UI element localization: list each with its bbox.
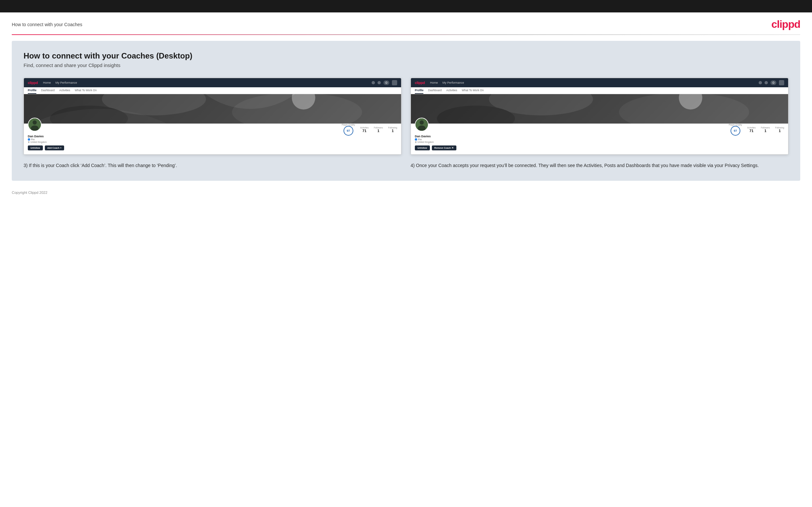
mock-stat-followers-2: Followers 1 [761, 126, 770, 133]
mock-avatar-2 [415, 118, 428, 131]
mock-nav-home-1: Home [43, 81, 51, 84]
mock-banner-1 [24, 94, 401, 123]
mock-profile-section-2: Dan Davies Pro United Kingdom [411, 123, 788, 154]
mock-badge-text-1: Pro [31, 138, 35, 140]
clippd-logo: clippd [771, 18, 800, 31]
mock-tab-dashboard-1: Dashboard [41, 89, 55, 94]
mock-nav-home-2: Home [430, 81, 438, 84]
screen-col-right: clippd Home My Performance [411, 78, 789, 169]
mock-user-badge-2: Pro [415, 138, 456, 140]
mock-tab-activities-1: Activities [59, 89, 70, 94]
mock-user-icon-1 [377, 81, 381, 84]
mock-quality-circle-1: 97 [344, 126, 353, 136]
mock-buttons-1: Unfollow Add Coach + [28, 146, 64, 150]
mock-tab-activities-2: Activities [446, 89, 457, 94]
top-bar [0, 0, 812, 12]
copyright-text: Copyright Clippd 2022 [12, 190, 47, 194]
page-header: How to connect with your Coaches clippd [0, 12, 812, 34]
mock-user-location-2: United Kingdom [415, 141, 456, 144]
mock-settings-icon-2 [770, 80, 776, 85]
mock-avatar-1 [28, 118, 42, 131]
mock-unfollow-btn-1[interactable]: Unfollow [28, 146, 43, 150]
mock-badge-icon-1 [28, 138, 30, 140]
mock-avatar-icon-1 [392, 80, 397, 85]
mock-search-icon-2 [759, 81, 762, 84]
mock-stat-following-2: Following 1 [775, 126, 784, 133]
svg-point-9 [29, 139, 30, 140]
mock-profile-section-1: Dan Davies Pro United Kingdom [24, 123, 401, 154]
mock-tab-profile-1: Profile [28, 89, 36, 94]
mock-stat-followers-1: Followers 1 [374, 126, 383, 133]
mock-search-icon-1 [372, 81, 375, 84]
mock-tab-dashboard-2: Dashboard [428, 89, 442, 94]
mock-user-location-1: United Kingdom [28, 141, 64, 144]
mock-user-name-2: Dan Davies [415, 135, 456, 138]
mock-navbar-2: clippd Home My Performance [411, 78, 788, 87]
mock-addcoach-btn-1[interactable]: Add Coach + [45, 146, 64, 150]
mock-location-text-2: United Kingdom [417, 141, 434, 143]
mock-banner-2 [411, 94, 788, 123]
mock-nav-performance-2: My Performance [443, 81, 464, 84]
main-content: How to connect with your Coaches (Deskto… [12, 41, 800, 181]
mock-buttons-2: Unfollow Remove Coach ✕ [415, 146, 456, 150]
svg-point-17 [420, 120, 424, 124]
mock-logo-1: clippd [28, 81, 38, 84]
mock-user-badge-1: Pro [28, 138, 64, 140]
mock-quality-circle-2: 97 [730, 126, 740, 136]
mock-nav-icons-2 [759, 80, 784, 85]
mock-stat-following-1: Following 1 [388, 126, 397, 133]
screenshot-mockup-2: clippd Home My Performance [411, 78, 789, 155]
mock-avatar-icon-2 [779, 80, 784, 85]
mock-location-text-1: United Kingdom [31, 141, 47, 143]
mock-user-name-1: Dan Davies [28, 135, 64, 138]
main-title: How to connect with your Coaches (Deskto… [23, 51, 789, 60]
svg-point-18 [418, 125, 426, 131]
mock-profile-stats-2: Player Quality 97 Activities 71 Follower [456, 123, 784, 136]
screens-row: clippd Home My Performance [23, 78, 789, 169]
svg-point-19 [415, 139, 417, 140]
step4-description: 4) Once your Coach accepts your request … [411, 162, 789, 169]
mock-stat-quality-1: Player Quality 97 [342, 123, 355, 136]
mock-user-icon-2 [765, 81, 768, 84]
mock-badge-icon-2 [415, 138, 417, 140]
mock-nav-icons-1 [372, 80, 397, 85]
mock-settings-icon-1 [384, 80, 389, 85]
header-divider [12, 34, 800, 35]
mock-nav-links-1: Home My Performance [43, 81, 366, 84]
page-footer: Copyright Clippd 2022 [0, 187, 812, 199]
screen-col-left: clippd Home My Performance [23, 78, 401, 169]
svg-point-8 [31, 125, 39, 131]
mock-stat-activities-2: Activities 71 [747, 126, 756, 133]
screenshot-mockup-1: clippd Home My Performance [23, 78, 401, 155]
mock-tab-whattoworkon-2: What To Work On [462, 89, 484, 94]
mock-tab-profile-2: Profile [415, 89, 423, 94]
mock-nav-links-2: Home My Performance [430, 81, 753, 84]
mock-nav-performance-1: My Performance [56, 81, 77, 84]
mock-tabs-2: Profile Dashboard Activities What To Wor… [411, 87, 788, 94]
main-subtitle: Find, connect and share your Clippd insi… [23, 62, 789, 68]
step3-description: 3) If this is your Coach click ‘Add Coac… [23, 162, 401, 169]
svg-point-0 [386, 82, 387, 84]
mock-navbar-1: clippd Home My Performance [24, 78, 401, 87]
svg-point-7 [33, 120, 37, 124]
mock-unfollow-btn-2[interactable]: Unfollow [415, 146, 430, 150]
mock-tab-whattoworkon-1: What To Work On [75, 89, 97, 94]
mock-profile-stats-1: Player Quality 97 Activities 71 Follower [64, 123, 397, 136]
mock-tabs-1: Profile Dashboard Activities What To Wor… [24, 87, 401, 94]
mock-logo-2: clippd [415, 81, 425, 84]
header-title: How to connect with your Coaches [12, 22, 83, 27]
mock-stat-quality-2: Player Quality 97 [729, 123, 742, 136]
mock-removecoach-btn[interactable]: Remove Coach ✕ [432, 146, 457, 150]
mock-badge-text-2: Pro [418, 138, 422, 140]
svg-point-10 [772, 82, 774, 84]
mock-stat-activities-1: Activities 71 [360, 126, 369, 133]
